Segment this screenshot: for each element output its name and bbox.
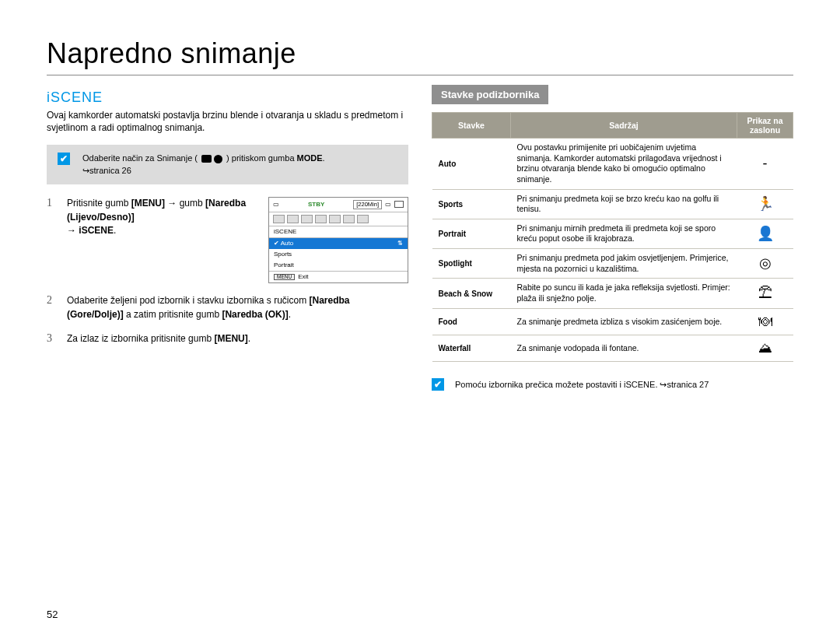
cell-content: Ovu postavku primijenite pri uobičajenim… — [511, 139, 737, 190]
note-pre: Odaberite način za Snimanje ( — [82, 153, 198, 163]
toolbar-icon — [343, 215, 355, 223]
note-page-ref: ↪stranica 26 — [82, 166, 131, 175]
th-icon: Prikaz na zaslonu — [737, 113, 793, 139]
duration-label: [220Min] — [353, 200, 382, 209]
t: Odaberite željeni pod izbornik i stavku … — [67, 295, 309, 306]
card-icon: ▭ — [385, 202, 391, 208]
t: . — [114, 225, 116, 236]
step-num: 3 — [47, 332, 56, 346]
dropdown-arrows-icon: ⇅ — [397, 240, 403, 247]
page-number: 52 — [47, 609, 58, 620]
menu-button-label: MENU — [274, 274, 295, 281]
step-1-row: 1 Pritisnite gumb [MENU] → gumb [Naredba… — [47, 197, 408, 283]
title-divider — [47, 75, 793, 75]
stby-label: STBY — [308, 202, 324, 208]
submenu-table: Stavke Sadržaj Prikaz na zaslonu Auto Ov… — [432, 112, 793, 362]
table-row: Food Za snimanje predmeta izbliza s viso… — [432, 308, 793, 335]
cell-content: Rabite po suncu ili kada je jaka refleks… — [511, 279, 737, 308]
t: Za izlaz iz izbornika pritisnite gumb — [67, 333, 214, 344]
t: . — [248, 333, 250, 344]
video-icon — [201, 155, 212, 163]
t: Auto — [281, 240, 293, 247]
beach-snow-icon: ⛱ — [737, 279, 793, 308]
cell-item: Auto — [432, 139, 511, 190]
sd-icon: ▭ — [273, 202, 279, 208]
toolbar-icon — [287, 215, 299, 223]
th-item: Stavke — [432, 113, 511, 139]
note-mode: MODE — [297, 153, 323, 163]
spotlight-icon: ◎ — [737, 249, 793, 279]
check-icon: ✔ — [58, 153, 70, 165]
page-title: Napredno snimanje — [47, 37, 793, 70]
table-row: Waterfall Za snimanje vodopada ili fonta… — [432, 335, 793, 362]
t: [Naredba (OK)] — [222, 309, 288, 320]
cell-item: Portrait — [432, 219, 511, 248]
photo-icon — [214, 155, 222, 163]
table-row: Beach & Snow Rabite po suncu ili kada je… — [432, 279, 793, 308]
section-title: iSCENE — [47, 89, 408, 106]
step-2-text: Odaberite željeni pod izbornik i stavku … — [67, 294, 408, 321]
screen-label: iSCENE — [269, 226, 408, 238]
right-column: Stavke podizbornika Stavke Sadržaj Prika… — [432, 85, 793, 391]
t: → — [67, 225, 79, 236]
cell-item: Spotlight — [432, 249, 511, 279]
submenu-heading: Stavke podizbornika — [432, 85, 548, 104]
toolbar-icon — [329, 215, 341, 223]
toolbar-icon — [315, 215, 327, 223]
t: → gumb — [165, 198, 205, 209]
cell-item: Beach & Snow — [432, 279, 511, 308]
screen-item-selected: ✔ Auto ⇅ — [269, 238, 408, 249]
t: [MENU] — [131, 198, 165, 209]
t: Pritisnite gumb — [67, 198, 131, 209]
waterfall-icon: ⛰ — [737, 335, 793, 362]
table-row: Auto Ovu postavku primijenite pri uobiča… — [432, 139, 793, 190]
step-3-text: Za izlaz iz izbornika pritisnite gumb [M… — [67, 332, 408, 346]
table-row: Sports Pri snimanju predmeta koji se brz… — [432, 189, 793, 219]
food-icon: 🍽 — [737, 308, 793, 335]
cell-icon: - — [737, 139, 793, 190]
note-mid: ) pritiskom gumba — [226, 153, 296, 163]
intro-text: Ovaj kamkorder automatski postavlja brzi… — [47, 109, 408, 134]
note-post: . — [323, 153, 325, 163]
cell-content: Pri snimanju mirnih predmeta ili predmet… — [511, 219, 737, 248]
toolbar-icon — [273, 215, 285, 223]
sports-icon: 🏃 — [737, 189, 793, 219]
camera-screen: ▭ STBY [220Min] ▭ — [268, 197, 408, 283]
screen-item: Portrait — [269, 260, 408, 271]
portrait-icon: 👤 — [737, 219, 793, 248]
table-row: Spotlight Pri snimanju predmeta pod jaki… — [432, 249, 793, 279]
screen-item: Sports — [269, 249, 408, 260]
step-3-row: 3 Za izlaz iz izbornika pritisnite gumb … — [47, 332, 408, 346]
cell-content: Za snimanje vodopada ili fontane. — [511, 335, 737, 362]
left-column: iSCENE Ovaj kamkorder automatski postavl… — [47, 85, 408, 391]
t: . — [289, 309, 291, 320]
t: a zatim pritisnite gumb — [124, 309, 222, 320]
cell-item: Sports — [432, 189, 511, 219]
footer-note-text: Pomoću izbornika prečica možete postavit… — [455, 380, 709, 389]
battery-icon — [394, 201, 404, 208]
step-1-text: Pritisnite gumb [MENU] → gumb [Naredba (… — [67, 197, 257, 237]
step-num: 1 — [47, 197, 56, 283]
t: iSCENE — [79, 225, 114, 236]
exit-label: Exit — [298, 274, 308, 280]
t: [MENU] — [214, 333, 247, 344]
footer-note: ✔ Pomoću izbornika prečica možete postav… — [432, 379, 793, 391]
cell-content: Pri snimanju predmeta koji se brzo kreću… — [511, 189, 737, 219]
cell-content: Pri snimanju predmeta pod jakim osvjetlj… — [511, 249, 737, 279]
step-num: 2 — [47, 294, 56, 321]
step-2-row: 2 Odaberite željeni pod izbornik i stavk… — [47, 294, 408, 321]
th-content: Sadržaj — [511, 113, 737, 139]
toolbar-icon — [357, 215, 369, 223]
cell-content: Za snimanje predmeta izbliza s visokim z… — [511, 308, 737, 335]
mode-icons — [201, 155, 222, 163]
cell-item: Food — [432, 308, 511, 335]
cell-item: Waterfall — [432, 335, 511, 362]
toolbar-icon — [301, 215, 313, 223]
note-box: ✔ Odaberite način za Snimanje ( ) pritis… — [47, 145, 408, 184]
table-row: Portrait Pri snimanju mirnih predmeta il… — [432, 219, 793, 248]
check-icon: ✔ — [432, 378, 444, 391]
